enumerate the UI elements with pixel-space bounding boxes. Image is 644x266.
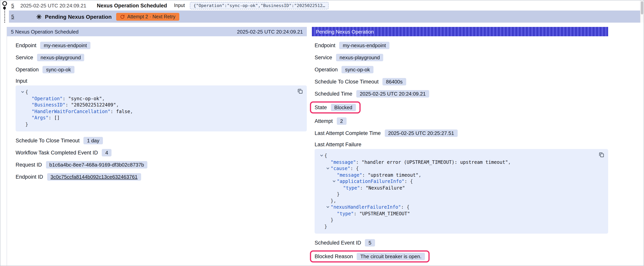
copy-button[interactable] (297, 88, 303, 94)
code-line: "message": "handler error (UPSTREAM_TIME… (317, 159, 604, 165)
left-fields-top: Endpointmy-nexus-endpointServicenexus-pl… (16, 41, 307, 74)
collapse-chevron-icon[interactable] (20, 90, 25, 94)
field-label: Workflow Task Completed Event ID (16, 150, 98, 156)
input-json-lines: {"Operation": "sync-op-ok","BusinessID":… (18, 89, 302, 128)
code-line: "type": "NexusFailure" (317, 185, 604, 191)
right-panel-body: Endpointmy-nexus-endpointServicenexus-pl… (312, 36, 608, 262)
field-value: sync-op-ok (43, 66, 74, 73)
field-row-scheduled-time: Scheduled Time2025-02-25 UTC 20:24:09.21 (314, 89, 608, 98)
field-row-blocked-reason: Blocked ReasonThe circuit breaker is ope… (314, 250, 608, 262)
field-label: Schedule To Close Timeout (314, 79, 378, 85)
field-row-last-attempt-complete-time: Last Attempt Complete Time2025-02-25 UTC… (314, 129, 608, 138)
field-value: 5 (365, 239, 375, 246)
code-line: } (317, 191, 604, 197)
field-value: 2025-02-25 UTC 20:24:09.21 (356, 90, 429, 98)
field-value: nexus-playground (336, 54, 384, 61)
panel-header-title: 5 Nexus Operation Scheduled (11, 29, 78, 35)
field-label: Operation (16, 67, 39, 73)
code-line: }, (317, 197, 604, 204)
field-row-scheduled-event-id: Scheduled Event ID5 (314, 238, 608, 247)
field-label: Service (16, 55, 33, 61)
field-row-endpoint-id: Endpoint ID3c0c75ccfa8144b092c13ce632463… (16, 172, 307, 181)
field-row-schedule-to-close-timeout: Schedule To Close Timeout1 day (16, 136, 307, 145)
pending-nexus-operation-row[interactable]: 5 Pending Nexus Operation Attempt 2 · Ne… (9, 11, 644, 23)
field-value: 2025-02-25 UTC 20:25:27.51 (384, 129, 458, 137)
field-row-endpoint: Endpointmy-nexus-endpoint (16, 41, 307, 50)
field-label: Blocked Reason (314, 253, 353, 259)
collapse-chevron-icon[interactable] (331, 180, 337, 183)
field-value-link[interactable]: 3c0c75ccfa8144b092c13ce632463761 (47, 173, 141, 181)
copy-icon (297, 88, 303, 94)
field-value: Blocked (331, 104, 356, 111)
failure-json-viewer: {"message": "handler error (UPSTREAM_TIM… (314, 149, 608, 234)
field-row-endpoint: Endpointmy-nexus-endpoint (314, 41, 608, 50)
code-line: } (18, 121, 302, 128)
field-value: b1c6a4bc-8ee7-468a-9169-df3b02c8737b (46, 161, 148, 168)
field-value: my-nexus-endpoint (339, 42, 390, 49)
pending-id-link[interactable]: 5 (11, 14, 14, 20)
failure-section-label: Last Attempt Failure (314, 142, 608, 147)
event-detail-panels: 5 Nexus Operation Scheduled 2025-02-25 U… (0, 23, 644, 265)
event-history-view: 5 2025-02-25 UTC 20:24:09.21 Nexus Opera… (0, 0, 644, 266)
right-fields-bottom: Scheduled Event ID5Blocked ReasonThe cir… (314, 238, 608, 262)
timeline-node-dot-icon (3, 7, 6, 9)
field-label: Schedule To Close Timeout (16, 138, 80, 144)
field-row-state: StateBlocked (314, 101, 608, 114)
copy-button[interactable] (598, 152, 605, 158)
event-id-link[interactable]: 5 (11, 3, 14, 9)
code-line: "Args": [] (18, 115, 302, 121)
pending-title: Pending Nexus Operation (45, 14, 112, 20)
input-section-label: Input (16, 78, 307, 84)
right-pending-panel: Pending Nexus Operation Endpointmy-nexus… (312, 27, 608, 265)
retry-badge: Attempt 2 · Next Retry (116, 13, 179, 21)
code-line: "nexusHandlerFailureInfo": { (317, 204, 604, 210)
collapse-chevron-icon[interactable] (325, 205, 330, 209)
input-json-viewer: {"Operation": "sync-op-ok","BusinessID":… (16, 85, 307, 131)
field-row-service: Servicenexus-playground (16, 53, 307, 62)
field-label: Scheduled Time (314, 91, 352, 97)
field-label: Scheduled Event ID (314, 240, 361, 246)
field-label: Attempt (314, 118, 333, 124)
failure-json-lines: {"message": "handler error (UPSTREAM_TIM… (317, 152, 604, 230)
highlight-box-state: StateBlocked (310, 101, 360, 114)
left-panel-header: 5 Nexus Operation Scheduled 2025-02-25 U… (7, 27, 307, 36)
code-line: "type": "UPSTREAM_TIMEOUT" (317, 210, 604, 217)
code-line: "HandlerWaitForCancellation": false, (18, 108, 302, 115)
timeline-gutter (0, 1, 9, 25)
field-row-workflow-task-completed-event-id: Workflow Task Completed Event ID4 (16, 148, 307, 157)
copy-icon (598, 152, 605, 158)
field-value: 4 (102, 149, 112, 156)
input-preview-chip[interactable]: {"Operation":"sync-op-ok","BusinessID":"… (190, 2, 329, 9)
field-row-operation: Operationsync-op-ok (314, 65, 608, 74)
field-value: 2 (336, 117, 346, 125)
pending-panel-title: Pending Nexus Operation (316, 29, 374, 35)
field-value: nexus-playground (37, 54, 84, 61)
code-line: "cause": { (317, 165, 604, 172)
pending-panel-header: Pending Nexus Operation (312, 27, 608, 36)
timeline-node-circle-icon (2, 1, 7, 6)
scrollbar[interactable] (640, 1, 644, 23)
retry-badge-label: Attempt 2 · Next Retry (127, 14, 176, 19)
code-line: } (317, 223, 604, 230)
asterisk-icon (36, 14, 42, 19)
right-fields-top: Endpointmy-nexus-endpointServicenexus-pl… (314, 41, 608, 138)
retry-icon (120, 14, 125, 19)
code-line: } (317, 217, 604, 223)
event-row-nexus-operation-scheduled[interactable]: 5 2025-02-25 UTC 20:24:09.21 Nexus Opera… (9, 1, 644, 11)
panel-header-time: 2025-02-25 UTC 20:24:09.21 (237, 29, 303, 35)
field-label: Request ID (16, 162, 42, 168)
code-line: "BusinessID": "20250225122409", (18, 102, 302, 108)
field-row-operation: Operationsync-op-ok (16, 65, 307, 74)
highlight-box-blocked-reason: Blocked ReasonThe circuit breaker is ope… (310, 250, 430, 262)
field-value: 1 day (84, 137, 103, 144)
event-timestamp: 2025-02-25 UTC 20:24:09.21 (20, 3, 86, 9)
field-row-request-id: Request IDb1c6a4bc-8ee7-468a-9169-df3b02… (16, 160, 307, 169)
field-label: Operation (314, 67, 338, 73)
field-row-schedule-to-close-timeout: Schedule To Close Timeout86400s (314, 77, 608, 86)
collapse-chevron-icon[interactable] (318, 154, 324, 158)
code-line: "message": "upstream timeout", (317, 172, 604, 178)
scrollbar-thumb[interactable] (641, 1, 643, 15)
collapse-chevron-icon[interactable] (325, 167, 330, 171)
code-line: { (317, 152, 604, 159)
left-panel-body: Endpointmy-nexus-endpointServicenexus-pl… (7, 36, 307, 181)
